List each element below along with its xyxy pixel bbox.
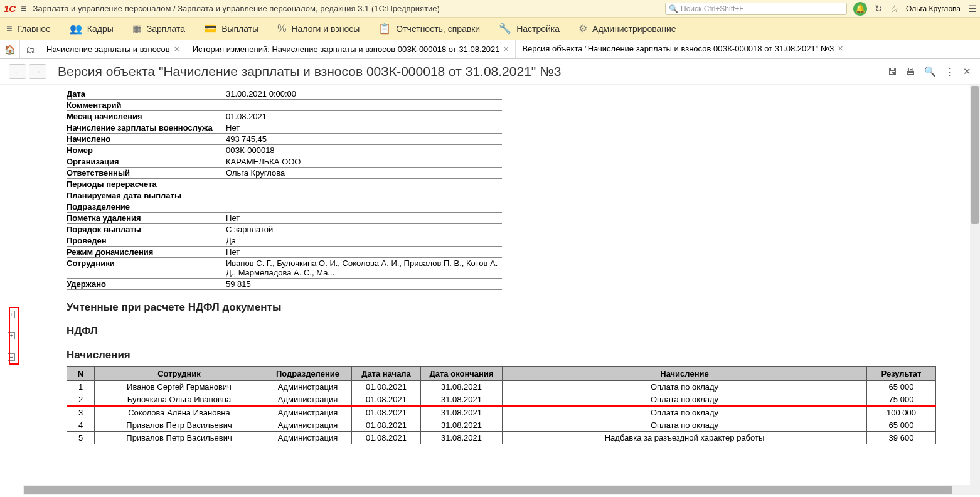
back-button[interactable]: ← bbox=[9, 64, 26, 79]
col-header: Результат bbox=[867, 367, 936, 381]
meta-row: Режим доначисленияНет bbox=[67, 247, 502, 258]
close-icon[interactable]: ✕ bbox=[174, 45, 179, 53]
meta-row: Начислено493 745,45 bbox=[67, 134, 502, 145]
user-name[interactable]: Ольга Круглова bbox=[906, 4, 961, 13]
meta-label: Комментарий bbox=[67, 100, 226, 111]
cell: Привалов Петр Васильевич bbox=[95, 419, 264, 432]
app-title: Зарплата и управление персоналом / Зарпл… bbox=[33, 4, 666, 13]
meta-value bbox=[226, 190, 502, 201]
cell: Оплата по окладу bbox=[503, 381, 867, 393]
history-icon[interactable]: ↻ bbox=[875, 3, 883, 14]
meta-value: С зарплатой bbox=[226, 224, 502, 235]
meta-row: ПроведенДа bbox=[67, 235, 502, 247]
meta-value: 01.08.2021 bbox=[226, 111, 502, 122]
close-page-icon[interactable]: ✕ bbox=[963, 66, 971, 77]
close-icon[interactable]: ✕ bbox=[503, 45, 509, 53]
meta-label: Сотрудники bbox=[67, 258, 226, 279]
meta-row: Периоды перерасчета bbox=[67, 179, 502, 190]
cell: 31.08.2021 bbox=[421, 419, 503, 432]
menu-icon: ≡ bbox=[6, 23, 12, 35]
cell: 31.08.2021 bbox=[421, 393, 503, 407]
meta-row: СотрудникиИванов С. Г., Булочкина О. И.,… bbox=[67, 258, 502, 279]
meta-row: Месяц начисления01.08.2021 bbox=[67, 111, 502, 122]
save-icon[interactable]: 🖫 bbox=[888, 66, 897, 77]
tab-home[interactable]: 🏠 bbox=[0, 40, 20, 58]
cell: Администрация bbox=[264, 381, 352, 393]
search-input[interactable]: 🔍 Поиск Ctrl+Shift+F bbox=[665, 3, 847, 15]
bell-icon[interactable]: 🔔 bbox=[853, 2, 867, 16]
meta-value bbox=[226, 201, 502, 213]
nav-main[interactable]: ≡Главное bbox=[6, 23, 51, 35]
tab-3[interactable]: Версия объекта "Начисление зарплаты и вз… bbox=[516, 40, 850, 58]
cell: 01.08.2021 bbox=[352, 381, 421, 393]
collapse-toggle[interactable]: − bbox=[8, 353, 15, 361]
nav-vyplaty[interactable]: 💳Выплаты bbox=[204, 23, 258, 35]
table-row[interactable]: 4Привалов Петр ВасильевичАдминистрация01… bbox=[67, 419, 936, 432]
meta-label: Начисление зарплаты военнослужа bbox=[67, 122, 226, 134]
print-icon[interactable]: 🖶 bbox=[906, 66, 915, 77]
settings-icon[interactable]: ☰ bbox=[968, 3, 976, 14]
nav-admin[interactable]: ⚙Администрирование bbox=[578, 23, 676, 35]
cell: 4 bbox=[67, 419, 95, 432]
cell: 39 600 bbox=[867, 432, 936, 444]
nav-nastroika[interactable]: 🔧Настройка bbox=[499, 23, 560, 35]
meta-value: Нет bbox=[226, 213, 502, 224]
meta-row: Начисление зарплаты военнослужаНет bbox=[67, 122, 502, 134]
find-icon[interactable]: 🔍 bbox=[924, 66, 936, 77]
nav-nalogi[interactable]: %Налоги и взносы bbox=[277, 23, 360, 35]
tabs-bar: 🏠 🗂 Начисление зарплаты и взносов✕ Истор… bbox=[0, 40, 980, 59]
meta-row: Пометка удаленияНет bbox=[67, 213, 502, 224]
meta-value: Иванов С. Г., Булочкина О. И., Соколова … bbox=[226, 258, 502, 279]
scrollbar-vertical[interactable] bbox=[970, 85, 980, 495]
cell: Иванов Сергей Германович bbox=[95, 381, 264, 393]
col-header: Сотрудник bbox=[95, 367, 264, 381]
meta-value: Нет bbox=[226, 122, 502, 134]
cell: Булочкина Ольга Ивановна bbox=[95, 393, 264, 407]
cell: Оплата по окладу bbox=[503, 393, 867, 407]
nav-zarplata[interactable]: ▦Зарплата bbox=[132, 23, 185, 35]
cell: 100 000 bbox=[867, 406, 936, 419]
col-header: Подразделение bbox=[264, 367, 352, 381]
star-icon[interactable]: ☆ bbox=[890, 3, 898, 14]
meta-value: 59 815 bbox=[226, 279, 502, 290]
tab-2[interactable]: История изменений: Начисление зарплаты и… bbox=[186, 40, 516, 58]
expand-toggle-2[interactable]: + bbox=[8, 332, 15, 339]
meta-label: Дата bbox=[67, 88, 226, 100]
cell: 01.08.2021 bbox=[352, 406, 421, 419]
forward-button[interactable]: → bbox=[29, 64, 46, 79]
nav-otchet[interactable]: 📋Отчетность, справки bbox=[378, 23, 480, 35]
meta-label: Начислено bbox=[67, 134, 226, 145]
cell: 65 000 bbox=[867, 381, 936, 393]
cell: 65 000 bbox=[867, 419, 936, 432]
people-icon: 👥 bbox=[70, 23, 82, 35]
meta-value: 493 745,45 bbox=[226, 134, 502, 145]
close-icon[interactable]: ✕ bbox=[838, 45, 843, 53]
table-row[interactable]: 5Привалов Петр ВасильевичАдминистрация01… bbox=[67, 432, 936, 444]
cell: 5 bbox=[67, 432, 95, 444]
table-row[interactable]: 3Соколова Алёна ИвановнаАдминистрация01.… bbox=[67, 406, 936, 419]
scrollbar-horizontal[interactable] bbox=[23, 485, 970, 495]
cell: 3 bbox=[67, 406, 95, 419]
percent-icon: % bbox=[277, 23, 286, 35]
cell: Администрация bbox=[264, 393, 352, 407]
main-menu-icon[interactable]: ≡ bbox=[21, 3, 26, 14]
table-row[interactable]: 2Булочкина Ольга ИвановнаАдминистрация01… bbox=[67, 393, 936, 407]
meta-row: Удержано59 815 bbox=[67, 279, 502, 290]
nav-kadry[interactable]: 👥Кадры bbox=[70, 23, 114, 35]
meta-value: КАРАМЕЛЬКА ООО bbox=[226, 156, 502, 168]
tab-1[interactable]: Начисление зарплаты и взносов✕ bbox=[40, 40, 186, 58]
meta-label: Режим доначисления bbox=[67, 247, 226, 258]
meta-label: Номер bbox=[67, 145, 226, 156]
tab-starred[interactable]: 🗂 bbox=[20, 40, 40, 58]
more-icon[interactable]: ⋮ bbox=[945, 66, 954, 77]
cell: Надбавка за разъездной характер работы bbox=[503, 432, 867, 444]
grid-icon: ▦ bbox=[132, 23, 142, 35]
cell: 2 bbox=[67, 393, 95, 407]
expand-toggle-1[interactable]: + bbox=[8, 311, 15, 318]
meta-value bbox=[226, 179, 502, 190]
cell: Оплата по окладу bbox=[503, 406, 867, 419]
meta-row: Комментарий bbox=[67, 100, 502, 111]
accruals-table: NСотрудникПодразделениеДата началаДата о… bbox=[67, 366, 936, 444]
col-header: N bbox=[67, 367, 95, 381]
table-row[interactable]: 1Иванов Сергей ГермановичАдминистрация01… bbox=[67, 381, 936, 393]
